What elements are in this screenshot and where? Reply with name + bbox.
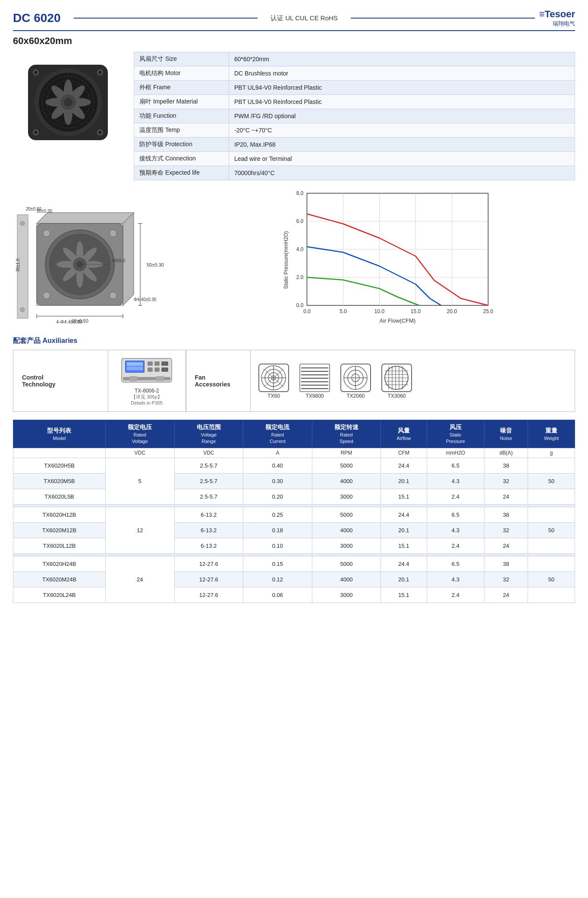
td-voltage_range: 12-27.6 <box>174 572 243 587</box>
td-current: 0.06 <box>243 587 312 603</box>
td-airflow: 15.1 <box>381 538 427 554</box>
spec-label: 风扇尺寸 Size <box>134 52 229 66</box>
spec-row: 预期寿命 Expected life70000hrs/40°C <box>134 166 575 180</box>
tx3060-image <box>380 363 413 393</box>
table-row: TX6020H5B52.5-5.70.40500024.46.538 <box>13 458 575 474</box>
unit-voltage-range: VDC <box>174 448 243 458</box>
unit-noise: dB(A) <box>484 448 528 458</box>
td-rated-voltage: 24 <box>105 556 174 603</box>
spec-value: 70000hrs/40°C <box>229 166 575 180</box>
spec-value: Lead wire or Terminal <box>229 152 575 166</box>
header-line-2 <box>351 18 535 19</box>
td-current: 0.25 <box>243 507 312 523</box>
certifications: 认证 UL CUL CE RoHS <box>270 14 338 22</box>
td-airflow: 20.1 <box>381 474 427 489</box>
svg-point-24 <box>20 221 25 226</box>
td-speed: 5000 <box>312 458 381 474</box>
table-row: TX6020L12B6-13.20.10300015.12.424 <box>13 538 575 554</box>
page-header: DC 6020 认证 UL CUL CE RoHS ≡Tesoer 瑞翔电气 <box>13 9 575 31</box>
svg-rect-91 <box>154 367 160 372</box>
td-speed: 4000 <box>312 523 381 538</box>
td-noise: 24 <box>484 489 528 505</box>
tx2060-label: TX2060 <box>346 393 365 399</box>
table-row: TX6020M5B2.5-5.70.30400020.14.33250 <box>13 474 575 489</box>
table-row: TX6020H12B126-13.20.25500024.46.538 <box>13 507 575 523</box>
accessories-row: ControlTechnology <box>13 350 575 412</box>
svg-text:20.0: 20.0 <box>447 308 457 314</box>
spec-label: 接线方式 Connection <box>134 152 229 166</box>
svg-text:Φ4.40±0.30: Φ4.40±0.30 <box>134 297 157 302</box>
svg-rect-89 <box>161 361 168 366</box>
td-rated-voltage: 5 <box>105 458 174 505</box>
spec-row: 温度范围 Temp-20°C ~+70°C <box>134 123 575 138</box>
td-noise: 32 <box>484 572 528 587</box>
th-speed: 额定转速 RatedSpeed <box>312 420 381 448</box>
spec-label: 电机结构 Motor <box>134 66 229 81</box>
tx60-label: TX60 <box>267 393 280 399</box>
svg-rect-86 <box>127 367 143 370</box>
td-pressure: 6.5 <box>427 458 484 474</box>
td-speed: 3000 <box>312 489 381 505</box>
svg-point-30 <box>43 230 50 237</box>
control-product-name: TX-8006-2 <box>117 388 177 394</box>
spec-value: PWM /FG /RD optional <box>229 109 575 123</box>
td-airflow: 15.1 <box>381 489 427 505</box>
td-weight <box>528 538 575 554</box>
spec-value: 60*60*20mm <box>229 52 575 66</box>
spec-value: IP20, Max.IP68 <box>229 138 575 152</box>
td-pressure: 2.4 <box>427 489 484 505</box>
fan-image-box <box>13 52 125 151</box>
th-model: 型号列表 Model <box>13 420 106 448</box>
td-current: 0.12 <box>243 572 312 587</box>
table-row: TX6020L5B2.5-5.70.20300015.12.424 <box>13 489 575 505</box>
svg-rect-88 <box>154 361 160 366</box>
th-noise: 噪音 Noise <box>484 420 528 448</box>
td-weight <box>528 587 575 603</box>
table-row: TX6020M12B6-13.20.18400020.14.33250 <box>13 523 575 538</box>
pq-chart: 8.0 6.0 4.0 2.0 0.0 0.0 5.0 10.0 15.0 20… <box>203 189 575 329</box>
td-model: TX6020M24B <box>13 572 106 587</box>
svg-rect-85 <box>127 362 143 366</box>
table-units-row: VDC VDC A RPM CFM mmH2O dB(A) g <box>13 448 575 458</box>
td-current: 0.18 <box>243 523 312 538</box>
spec-row: 防护等级 ProtectionIP20, Max.IP68 <box>134 138 575 152</box>
td-voltage_range: 12-27.6 <box>174 556 243 572</box>
td-voltage_range: 2.5-5.7 <box>174 474 243 489</box>
unit-weight: g <box>528 448 575 458</box>
svg-rect-94 <box>129 376 137 381</box>
td-speed: 3000 <box>312 538 381 554</box>
td-weight: 50 <box>528 572 575 587</box>
unit-voltage: VDC <box>105 448 174 458</box>
spec-label: 功能 Function <box>134 109 229 123</box>
td-weight: 50 <box>528 474 575 489</box>
product-title: DC 6020 <box>13 11 61 25</box>
accessories-section: 配套产品 Auxiliaries ControlTechnology <box>13 336 575 412</box>
spec-label: 预期寿命 Expected life <box>134 166 229 180</box>
svg-text:Static Pressure(mmH2O): Static Pressure(mmH2O) <box>283 231 289 289</box>
td-speed: 3000 <box>312 587 381 603</box>
technical-diagram: 60±0.50 50±0.30 Φ59.0 4-Φ4.4±0.30 Φ4.40±… <box>13 189 194 329</box>
spec-row: 接线方式 ConnectionLead wire or Terminal <box>134 152 575 166</box>
accessories-title: 配套产品 Auxiliaries <box>13 336 575 345</box>
fan-accessories-label: FanAccessories <box>195 374 242 388</box>
svg-text:2.0: 2.0 <box>296 274 304 280</box>
td-airflow: 24.4 <box>381 507 427 523</box>
td-voltage_range: 6-13.2 <box>174 523 243 538</box>
logo-cn: 瑞翔电气 <box>553 20 575 28</box>
svg-point-20 <box>64 98 72 107</box>
td-voltage_range: 6-13.2 <box>174 507 243 523</box>
spec-value: PBT UL94-V0 Reinforced Plastic <box>229 95 575 109</box>
control-label: ControlTechnology <box>22 374 99 388</box>
middle-section: 60±0.50 50±0.30 Φ59.0 4-Φ4.4±0.30 Φ4.40±… <box>13 189 575 329</box>
td-airflow: 20.1 <box>381 523 427 538</box>
tx3060-label: TX3060 <box>387 393 406 399</box>
svg-text:Air Flow(CFM): Air Flow(CFM) <box>380 317 416 324</box>
td-noise: 32 <box>484 474 528 489</box>
fan-image <box>19 56 119 147</box>
td-voltage_range: 2.5-5.7 <box>174 489 243 505</box>
svg-point-7 <box>34 131 38 134</box>
logo-text: ≡Tesoer <box>539 9 575 20</box>
spec-label: 外框 Frame <box>134 81 229 95</box>
svg-point-32 <box>43 292 50 299</box>
diagram-svg: 60±0.50 50±0.30 Φ59.0 4-Φ4.4±0.30 Φ4.40±… <box>13 189 194 327</box>
